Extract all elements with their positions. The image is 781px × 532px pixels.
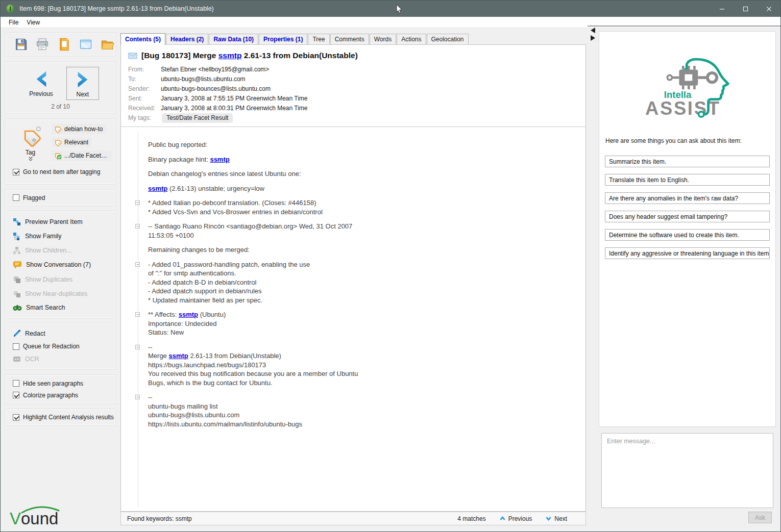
text-run: 11:53:05 +0100 bbox=[148, 232, 194, 239]
tab-words[interactable]: Words bbox=[370, 34, 396, 44]
email-line: - Added dpatch support in debian/rules bbox=[148, 287, 570, 296]
assist-question-does-any-header[interactable]: Does any header suggest email tampering? bbox=[605, 211, 770, 222]
tab-headers-2[interactable]: Headers (2) bbox=[166, 34, 208, 44]
previous-item-button[interactable]: Previous bbox=[22, 67, 60, 100]
minimize-button[interactable] bbox=[710, 1, 734, 17]
tab-comments[interactable]: Comments bbox=[330, 34, 369, 44]
ssmtp-link[interactable]: ssmtp bbox=[210, 156, 229, 163]
text-run: -- bbox=[148, 393, 153, 401]
show-conversation-7-action[interactable]: Show Conversation (7) bbox=[13, 261, 115, 269]
email-line: Importance: Undecided bbox=[148, 319, 570, 328]
redact-box: Redact Queue for Redaction OCR bbox=[6, 323, 115, 369]
preview-window-button[interactable] bbox=[78, 37, 93, 52]
email-line: Remaining changes to be merged: bbox=[148, 245, 570, 255]
assist-question-are-there-any[interactable]: Are there any anomalies in the item's ra… bbox=[605, 192, 770, 204]
print-icon bbox=[35, 37, 50, 52]
collapse-paragraph-icon[interactable] bbox=[135, 312, 140, 317]
ssmtp-link[interactable]: ssmtp bbox=[168, 352, 188, 360]
email-line: -- bbox=[148, 393, 570, 402]
queue-for-redaction-checkbox[interactable]: Queue for Redaction bbox=[13, 343, 115, 350]
collapse-paragraph-icon[interactable] bbox=[135, 345, 140, 349]
panel-splitter bbox=[588, 26, 780, 27]
checkbox bbox=[13, 169, 19, 175]
flagged-checkbox[interactable]: Flagged bbox=[13, 194, 45, 201]
menu-view[interactable]: View bbox=[22, 18, 44, 27]
smart-search-action[interactable]: Smart Search bbox=[13, 304, 115, 311]
ssmtp-link[interactable]: ssmtp bbox=[218, 51, 242, 60]
envelope-icon bbox=[128, 53, 137, 59]
email-line: ssmtp (2.61-13) unstable; urgency=low bbox=[148, 184, 570, 193]
save-icon bbox=[14, 37, 28, 52]
tag-chip-date-facet-r[interactable]: .../Date Facet R... bbox=[52, 150, 112, 161]
panel-collapse-right-icon[interactable] bbox=[591, 35, 595, 41]
assist-message-input[interactable] bbox=[601, 433, 773, 508]
email-header-block: [Bug 180173] Merge ssmtp 2.61-13 from De… bbox=[121, 45, 585, 127]
highlight-content-analysis-checkbox[interactable]: Highlight Content Analysis results bbox=[13, 414, 114, 421]
window-title: Item 698: [Bug 180173] Merge ssmtp 2.61-… bbox=[19, 5, 214, 12]
tab-tree[interactable]: Tree bbox=[308, 34, 329, 44]
header-value: ubuntu-bugs@lists.ubuntu.com bbox=[161, 74, 246, 84]
tagging-box: Tag debian how-toRelevant.../Date Facet … bbox=[6, 119, 115, 184]
menu-file[interactable]: File bbox=[5, 18, 22, 27]
assist-question-summarize-this-item[interactable]: Summarize this item. bbox=[605, 156, 770, 167]
tag-chip-debian-how-to[interactable]: debian how-to bbox=[52, 124, 106, 134]
close-button[interactable] bbox=[757, 1, 780, 17]
tab-geolocation[interactable]: Geolocation bbox=[427, 34, 469, 44]
double-chevron-down-icon[interactable] bbox=[28, 156, 34, 162]
panel-collapse-left-icon[interactable] bbox=[591, 28, 595, 33]
svg-text:Intella: Intella bbox=[664, 89, 691, 100]
tab-actions[interactable]: Actions bbox=[397, 34, 426, 44]
collapse-paragraph-icon[interactable] bbox=[135, 200, 140, 205]
checkbox-label: Hide seen paragraphs bbox=[23, 380, 83, 387]
checkbox bbox=[13, 380, 19, 387]
redact-action[interactable]: Redact bbox=[13, 330, 115, 338]
ask-button[interactable]: Ask bbox=[748, 512, 772, 523]
ssmtp-link[interactable]: ssmtp bbox=[179, 311, 198, 318]
checkbox bbox=[13, 194, 19, 201]
my-tag-badge[interactable]: Test/Date Facet Result bbox=[162, 113, 233, 123]
preview-parent-item-action[interactable]: Preview Parent Item bbox=[13, 218, 115, 226]
tab-properties-1[interactable]: Properties (1) bbox=[259, 34, 307, 44]
email-paragraph: --Merge ssmtp 2.61-13 from Debian(Unstab… bbox=[148, 343, 570, 388]
tab-raw-data-10[interactable]: Raw Data (10) bbox=[209, 34, 258, 44]
maximize-button[interactable] bbox=[734, 1, 757, 17]
assist-question-identify-any-aggressive[interactable]: Identify any aggressive or threatening l… bbox=[605, 247, 770, 259]
tag-button[interactable]: Tag bbox=[9, 124, 52, 164]
open-folder-button[interactable] bbox=[100, 37, 115, 52]
email-paragraph: * Added Italian po-debconf translation. … bbox=[148, 198, 570, 216]
go-to-next-checkbox[interactable]: Go to next item after tagging bbox=[9, 168, 112, 175]
previous-match-button[interactable]: Previous bbox=[499, 515, 532, 522]
ssmtp-link[interactable]: ssmtp bbox=[148, 185, 167, 192]
assist-question-determine-the-software[interactable]: Determine the software used to create th… bbox=[605, 229, 770, 241]
export-report-button[interactable] bbox=[57, 37, 71, 52]
next-match-button[interactable]: Next bbox=[545, 515, 567, 522]
colorize-paragraphs-checkbox[interactable]: Colorize paragraphs bbox=[13, 392, 115, 399]
toolbar bbox=[6, 33, 115, 56]
intella-assist-panel: ASSIST Intella Here are some things you … bbox=[599, 31, 776, 427]
my-tags-label: My tags: bbox=[128, 113, 161, 123]
email-line: You received this bug notification becau… bbox=[148, 369, 570, 378]
tag-chip-label: .../Date Facet R... bbox=[64, 152, 108, 159]
collapse-paragraph-icon[interactable] bbox=[135, 224, 140, 229]
tag-checked-icon bbox=[54, 151, 62, 160]
action-label: Show Children... bbox=[25, 247, 72, 254]
text-run: You received this bug notification becau… bbox=[148, 370, 358, 377]
collapse-paragraph-icon[interactable] bbox=[135, 262, 140, 267]
tab-contents-5[interactable]: Contents (5) bbox=[120, 33, 165, 45]
header-label: Sender: bbox=[128, 84, 161, 94]
header-value: January 3, 2008 at 7:55:15 PM Greenwich … bbox=[161, 94, 308, 104]
action-label: Show Duplicates bbox=[25, 276, 72, 283]
show-family-action[interactable]: Show Family bbox=[13, 232, 115, 240]
print-button[interactable] bbox=[35, 37, 50, 52]
tag-chip-relevant[interactable]: Relevant bbox=[52, 137, 92, 147]
email-paragraph: Public bug reported: bbox=[148, 140, 570, 149]
save-button[interactable] bbox=[13, 37, 28, 52]
next-item-button[interactable]: Next bbox=[66, 67, 99, 100]
email-subject: [Bug 180173] Merge ssmtp 2.61-13 from De… bbox=[141, 51, 358, 60]
vound-logo: Vound bbox=[8, 504, 71, 529]
collapse-paragraph-icon[interactable] bbox=[135, 395, 140, 399]
hide-seen-paragraphs-checkbox[interactable]: Hide seen paragraphs bbox=[13, 380, 115, 387]
checkbox-label: Queue for Redaction bbox=[23, 343, 80, 350]
email-header-row: From:Stefan Ebner <hellboy195@gmail.com> bbox=[128, 65, 578, 74]
assist-question-translate-this-item[interactable]: Translate this item to English. bbox=[605, 174, 770, 186]
